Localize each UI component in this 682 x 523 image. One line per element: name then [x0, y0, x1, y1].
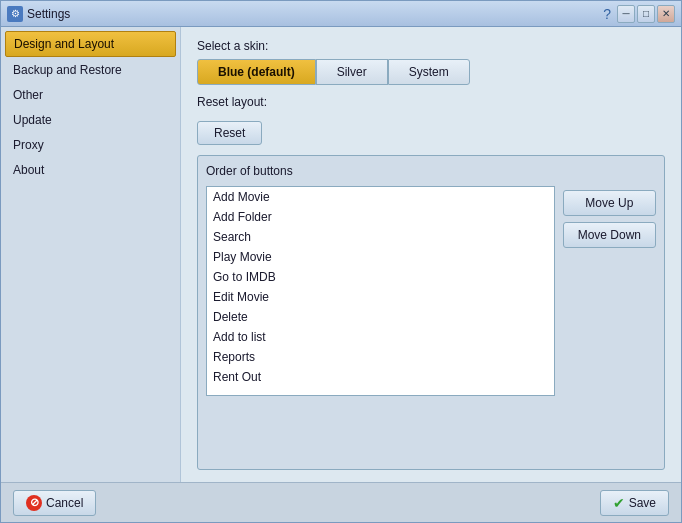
cancel-label: Cancel — [46, 496, 83, 510]
list-item[interactable]: Go to IMDB — [207, 267, 554, 287]
titlebar-left: ⚙ Settings — [7, 6, 70, 22]
reset-section-label: Reset layout: — [197, 95, 665, 109]
maximize-button[interactable]: □ — [637, 5, 655, 23]
skin-buttons: Blue (default) Silver System — [197, 59, 665, 85]
reset-button[interactable]: Reset — [197, 121, 262, 145]
list-item[interactable]: Delete — [207, 307, 554, 327]
move-up-button[interactable]: Move Up — [563, 190, 656, 216]
list-item[interactable]: Edit Movie — [207, 287, 554, 307]
listbox-container: Add MovieAdd FolderSearchPlay MovieGo to… — [206, 186, 555, 396]
sidebar-item-design-and-layout[interactable]: Design and Layout — [5, 31, 176, 57]
content-area: Design and LayoutBackup and RestoreOther… — [1, 27, 681, 482]
list-item[interactable]: Add Movie — [207, 187, 554, 207]
help-icon[interactable]: ? — [603, 6, 611, 22]
sidebar-item-update[interactable]: Update — [5, 108, 176, 132]
sidebar-item-backup-and-restore[interactable]: Backup and Restore — [5, 58, 176, 82]
order-section: Order of buttons Add MovieAdd FolderSear… — [197, 155, 665, 470]
settings-window: ⚙ Settings ? ─ □ ✕ Design and LayoutBack… — [0, 0, 682, 523]
titlebar: ⚙ Settings ? ─ □ ✕ — [1, 1, 681, 27]
skin-silver-button[interactable]: Silver — [316, 59, 388, 85]
sidebar-item-proxy[interactable]: Proxy — [5, 133, 176, 157]
list-item[interactable]: Search — [207, 227, 554, 247]
list-item[interactable]: Rent Out — [207, 367, 554, 387]
list-item[interactable]: Play Movie — [207, 247, 554, 267]
skin-section-label: Select a skin: — [197, 39, 665, 53]
buttons-listbox[interactable]: Add MovieAdd FolderSearchPlay MovieGo to… — [206, 186, 555, 396]
main-panel: Select a skin: Blue (default) Silver Sys… — [181, 27, 681, 482]
list-item[interactable]: Add Folder — [207, 207, 554, 227]
list-item[interactable]: Reports — [207, 347, 554, 367]
save-button[interactable]: ✔ Save — [600, 490, 669, 516]
cancel-icon: ⊘ — [26, 495, 42, 511]
minimize-button[interactable]: ─ — [617, 5, 635, 23]
footer-left: ⊘ Cancel — [13, 490, 96, 516]
sidebar: Design and LayoutBackup and RestoreOther… — [1, 27, 181, 482]
skin-system-button[interactable]: System — [388, 59, 470, 85]
order-section-title: Order of buttons — [206, 164, 656, 178]
reset-section: Reset layout: Reset — [197, 95, 665, 145]
skin-blue-button[interactable]: Blue (default) — [197, 59, 316, 85]
footer: ⊘ Cancel ✔ Save — [1, 482, 681, 522]
sidebar-item-other[interactable]: Other — [5, 83, 176, 107]
save-label: Save — [629, 496, 656, 510]
order-content: Add MovieAdd FolderSearchPlay MovieGo to… — [206, 186, 656, 396]
sidebar-item-about[interactable]: About — [5, 158, 176, 182]
skin-section: Select a skin: Blue (default) Silver Sys… — [197, 39, 665, 85]
list-item[interactable]: Add to list — [207, 327, 554, 347]
cancel-button[interactable]: ⊘ Cancel — [13, 490, 96, 516]
close-button[interactable]: ✕ — [657, 5, 675, 23]
titlebar-controls: ? ─ □ ✕ — [603, 5, 675, 23]
save-check-icon: ✔ — [613, 495, 625, 511]
move-down-button[interactable]: Move Down — [563, 222, 656, 248]
titlebar-title: Settings — [27, 7, 70, 21]
settings-window-icon: ⚙ — [7, 6, 23, 22]
order-buttons: Move Up Move Down — [563, 186, 656, 396]
